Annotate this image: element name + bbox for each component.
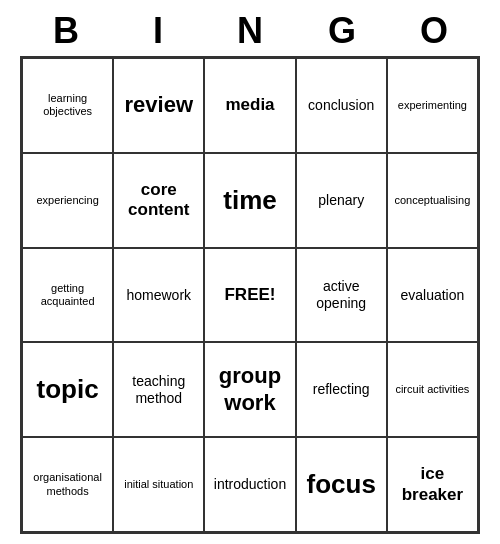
cell-3-4: circuit activities [387, 342, 478, 437]
cell-3-0: topic [22, 342, 113, 437]
cell-text-0-1: review [125, 92, 194, 118]
cell-1-3: plenary [296, 153, 387, 248]
cell-text-1-3: plenary [318, 192, 364, 209]
bingo-title: BINGO [20, 10, 480, 52]
cell-1-4: conceptualising [387, 153, 478, 248]
cell-0-3: conclusion [296, 58, 387, 153]
cell-2-0: getting acquainted [22, 248, 113, 343]
cell-1-2: time [204, 153, 295, 248]
cell-2-1: homework [113, 248, 204, 343]
cell-0-4: experimenting [387, 58, 478, 153]
cell-text-0-0: learning objectives [27, 92, 108, 118]
cell-text-4-2: introduction [214, 476, 286, 493]
cell-text-4-1: initial situation [124, 478, 193, 491]
cell-2-3: active opening [296, 248, 387, 343]
title-letter-i: I [114, 10, 202, 52]
cell-text-0-3: conclusion [308, 97, 374, 114]
cell-text-1-1: core content [118, 180, 199, 221]
title-letter-o: O [390, 10, 478, 52]
cell-text-3-3: reflecting [313, 381, 370, 398]
cell-text-3-0: topic [37, 374, 99, 405]
cell-text-2-0: getting acquainted [27, 282, 108, 308]
title-letter-n: N [206, 10, 294, 52]
cell-text-1-0: experiencing [36, 194, 98, 207]
cell-1-0: experiencing [22, 153, 113, 248]
cell-0-1: review [113, 58, 204, 153]
cell-text-2-3: active opening [301, 278, 382, 312]
cell-text-3-2: group work [209, 363, 290, 416]
cell-text-3-1: teaching method [118, 373, 199, 407]
bingo-grid: learning objectivesreviewmediaconclusion… [20, 56, 480, 534]
cell-1-1: core content [113, 153, 204, 248]
cell-3-1: teaching method [113, 342, 204, 437]
cell-4-1: initial situation [113, 437, 204, 532]
cell-text-4-0: organisational methods [27, 471, 108, 497]
cell-3-3: reflecting [296, 342, 387, 437]
cell-text-1-2: time [223, 185, 276, 216]
cell-text-1-4: conceptualising [394, 194, 470, 207]
title-letter-b: B [22, 10, 110, 52]
cell-0-0: learning objectives [22, 58, 113, 153]
cell-text-0-4: experimenting [398, 99, 467, 112]
cell-text-2-4: evaluation [400, 287, 464, 304]
cell-text-4-4: ice breaker [392, 464, 473, 505]
cell-2-4: evaluation [387, 248, 478, 343]
cell-text-4-3: focus [307, 469, 376, 500]
cell-text-3-4: circuit activities [395, 383, 469, 396]
cell-3-2: group work [204, 342, 295, 437]
cell-4-2: introduction [204, 437, 295, 532]
cell-text-2-2: FREE! [224, 285, 275, 305]
cell-4-3: focus [296, 437, 387, 532]
cell-text-2-1: homework [126, 287, 191, 304]
title-letter-g: G [298, 10, 386, 52]
cell-0-2: media [204, 58, 295, 153]
cell-4-4: ice breaker [387, 437, 478, 532]
cell-2-2: FREE! [204, 248, 295, 343]
cell-text-0-2: media [225, 95, 274, 115]
cell-4-0: organisational methods [22, 437, 113, 532]
